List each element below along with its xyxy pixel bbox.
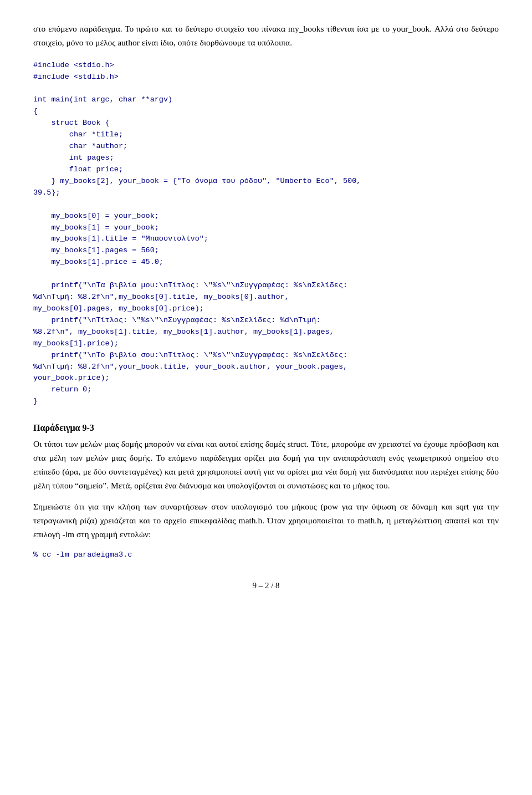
section-title: Παράδειγμα 9-3 bbox=[33, 423, 499, 433]
page-content: στο επόμενο παράδειγμα. Το πρώτο και το … bbox=[33, 22, 499, 590]
shell-command: % cc -lm paradeigma3.c bbox=[33, 551, 499, 559]
section-paragraph-1: Οι τύποι των μελών μιας δομής μπορούν να… bbox=[33, 437, 499, 492]
section-paragraph-2: Σημειώστε ότι για την κλήση των συναρτήσ… bbox=[33, 500, 499, 541]
intro-paragraph-1: στο επόμενο παράδειγμα. Το πρώτο και το … bbox=[33, 22, 499, 50]
page-footer: 9 – 2 / 8 bbox=[33, 581, 499, 590]
code-block-1: #include <stdio.h> #include <stdlib.h> i… bbox=[33, 60, 499, 408]
code-text-1: #include <stdio.h> #include <stdlib.h> i… bbox=[33, 61, 361, 406]
